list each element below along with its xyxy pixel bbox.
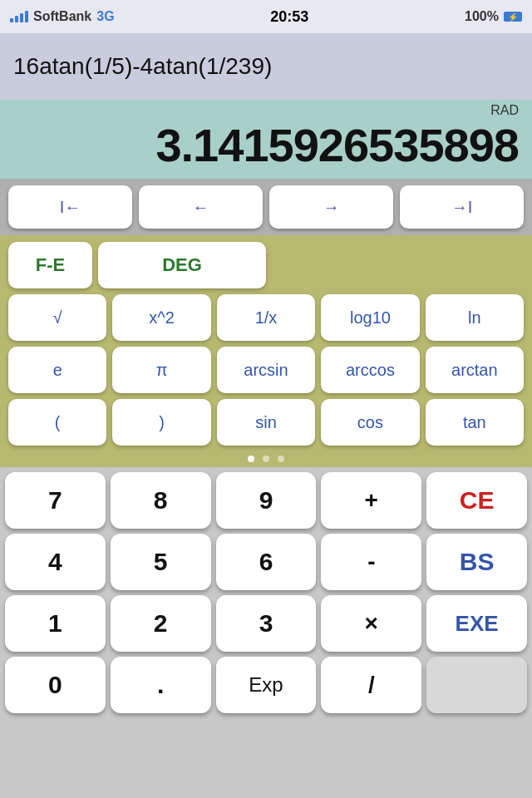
exp-button[interactable]: Exp <box>216 657 317 713</box>
e-button[interactable]: e <box>8 347 106 393</box>
num-row-3: 1 2 3 × EXE <box>5 595 527 652</box>
minus-button[interactable]: - <box>321 534 421 590</box>
ln-button[interactable]: ln <box>426 294 524 341</box>
scientific-keypad: F-E DEG √ x^2 1/x log10 ln e π arcsin ar… <box>0 235 532 452</box>
eight-button[interactable]: 8 <box>111 472 211 529</box>
signal-bars <box>10 11 28 22</box>
sci-row-2: √ x^2 1/x log10 ln <box>8 294 524 341</box>
bs-button[interactable]: BS <box>426 534 527 590</box>
num-row-1: 7 8 9 + CE <box>5 472 527 529</box>
ce-button[interactable]: CE <box>426 472 527 529</box>
num-row-2: 4 5 6 - BS <box>5 534 527 590</box>
zero-button[interactable]: 0 <box>5 657 106 713</box>
tan-button[interactable]: tan <box>426 399 524 446</box>
dot-2 <box>263 456 269 462</box>
four-button[interactable]: 4 <box>5 534 106 590</box>
sci-row-1: F-E DEG <box>8 242 524 288</box>
log10-button[interactable]: log10 <box>321 294 419 341</box>
page-indicator <box>0 452 532 467</box>
pi-button[interactable]: π <box>112 347 210 393</box>
dot-1 <box>248 456 254 462</box>
sci-row-4: ( ) sin cos tan <box>8 399 524 446</box>
arcsin-button[interactable]: arcsin <box>217 347 315 393</box>
divide-button[interactable]: / <box>321 657 421 713</box>
cursor-right-button[interactable]: → <box>269 185 393 229</box>
fe-button[interactable]: F-E <box>8 242 92 288</box>
result-area: RAD 3.1415926535898 <box>0 100 532 179</box>
sqrt-button[interactable]: √ <box>8 294 106 341</box>
sci-row-3: e π arcsin arccos arctan <box>8 347 524 393</box>
expression-display: 16atan(1/5)-4atan(1/239) <box>0 33 532 100</box>
seven-button[interactable]: 7 <box>5 472 106 529</box>
reciprocal-button[interactable]: 1/x <box>217 294 315 341</box>
dot-3 <box>278 456 284 462</box>
deg-button[interactable]: DEG <box>98 242 266 288</box>
time-display: 20:53 <box>270 8 308 26</box>
three-button[interactable]: 3 <box>216 595 317 652</box>
open-paren-button[interactable]: ( <box>8 399 106 446</box>
sin-button[interactable]: sin <box>217 399 315 446</box>
arctan-button[interactable]: arctan <box>426 347 524 393</box>
mode-label: RAD <box>13 103 519 118</box>
numeric-keypad: 7 8 9 + CE 4 5 6 - BS 1 2 3 × EXE 0 . Ex… <box>0 467 532 718</box>
cursor-left-button[interactable]: ← <box>139 185 263 229</box>
cursor-home-button[interactable]: I← <box>8 185 132 229</box>
six-button[interactable]: 6 <box>216 534 317 590</box>
num-row-4: 0 . Exp / <box>5 657 527 713</box>
plus-button[interactable]: + <box>321 472 421 529</box>
carrier-label: SoftBank <box>33 9 91 24</box>
network-label: 3G <box>96 9 114 24</box>
battery-percent: 100% <box>465 9 499 24</box>
status-right: 100% ⚡ <box>465 9 522 24</box>
expression-text: 16atan(1/5)-4atan(1/239) <box>13 53 272 80</box>
battery-icon: ⚡ <box>504 12 522 22</box>
one-button[interactable]: 1 <box>5 595 106 652</box>
decimal-button[interactable]: . <box>111 657 211 713</box>
multiply-button[interactable]: × <box>321 595 421 652</box>
five-button[interactable]: 5 <box>111 534 211 590</box>
empty-button <box>426 657 527 713</box>
arccos-button[interactable]: arccos <box>321 347 419 393</box>
result-display: 3.1415926535898 <box>13 118 519 172</box>
square-button[interactable]: x^2 <box>112 294 210 341</box>
two-button[interactable]: 2 <box>111 595 211 652</box>
exe-button[interactable]: EXE <box>426 595 527 652</box>
status-left: SoftBank 3G <box>10 9 115 24</box>
nine-button[interactable]: 9 <box>216 472 317 529</box>
cursor-end-button[interactable]: →I <box>400 185 524 229</box>
cos-button[interactable]: cos <box>321 399 419 446</box>
status-bar: SoftBank 3G 20:53 100% ⚡ <box>0 0 532 33</box>
close-paren-button[interactable]: ) <box>112 399 210 446</box>
nav-row: I← ← → →I <box>0 179 532 235</box>
